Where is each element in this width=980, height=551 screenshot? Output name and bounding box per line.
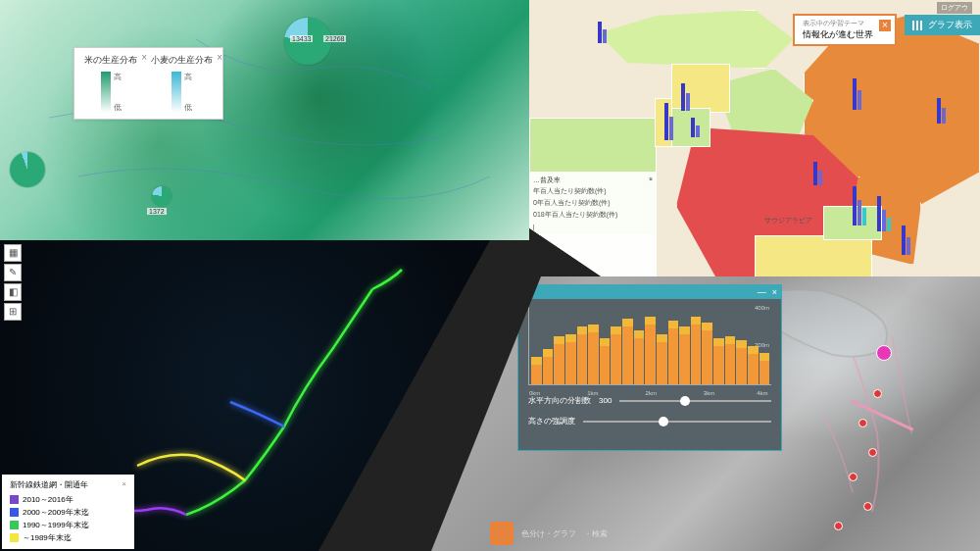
legend-title[interactable]: 米の生産分布 [84, 54, 137, 67]
gradient-bar [172, 72, 181, 113]
marker[interactable] [834, 522, 843, 530]
close-icon[interactable]: × [649, 175, 653, 185]
rail-legend: 新幹線鉄道網・開通年 2010～2016年 2000～2009年末迄 1990～… [2, 475, 134, 549]
marker[interactable] [868, 448, 877, 457]
slider-row: 水平方向の分割数 300 [528, 395, 771, 406]
gradient-bar [101, 72, 111, 113]
bar-marker[interactable] [902, 225, 915, 255]
close-icon[interactable]: × [772, 287, 777, 297]
bar-marker[interactable] [664, 103, 678, 140]
marker-primary[interactable] [876, 345, 892, 361]
theme-callout: 表示中の学習テーマ 情報化が進む世界 × [793, 14, 897, 46]
slider-row: 高さの強調度 [528, 416, 771, 426]
division-slider[interactable] [619, 400, 771, 402]
axis-item: 年百人当たり契約数(件) [533, 185, 653, 197]
country-turkey[interactable] [598, 10, 794, 69]
tool-button[interactable]: ◧ [4, 283, 22, 301]
style-icon[interactable] [490, 522, 514, 545]
swatch-icon [10, 508, 19, 517]
pie-marker[interactable] [10, 152, 45, 187]
exaggeration-slider[interactable] [583, 421, 771, 423]
bar-chart-icon [912, 21, 924, 30]
pie-marker[interactable] [152, 186, 172, 206]
bar-marker[interactable] [691, 118, 705, 137]
map-japan-rail[interactable]: ▦ ✎ ◧ ⊞ 新幹線鉄道網・開通年 2010～2016年 2000～2009年… [0, 240, 490, 551]
tool-button[interactable]: ✎ [4, 264, 22, 281]
marker[interactable] [873, 389, 882, 398]
country-syria[interactable] [671, 64, 730, 113]
graph-button[interactable]: グラフ表示 [905, 15, 980, 35]
legend-title[interactable]: 小麦の生産分布 [151, 54, 213, 67]
toolbar: 色分け・グラフ ・検索 [490, 522, 608, 545]
minimize-icon[interactable]: — [758, 287, 766, 297]
bar-marker[interactable] [877, 196, 891, 231]
profile-chart: 400m 200m 0km 1km 2km 3km 4km [528, 307, 771, 385]
tool-button[interactable]: ▦ [4, 244, 22, 262]
bar-marker[interactable] [853, 78, 866, 110]
legend-row: ～1989年末迄 [10, 531, 126, 544]
marker[interactable] [858, 419, 867, 427]
bar-marker[interactable] [853, 186, 866, 225]
slider-label: 水平方向の分割数 [528, 395, 591, 406]
axis-title: …普及率 [533, 175, 561, 185]
legend-title[interactable]: 新幹線鉄道網・開通年 [10, 479, 126, 490]
profile-bars [529, 307, 771, 384]
map-terrain[interactable]: — × 400m 200m 0km 1km 2km 3km 4km 水平方向の分… [431, 276, 980, 551]
slider-label: 高さの強調度 [528, 416, 575, 426]
swatch-icon [10, 521, 19, 529]
marker[interactable] [849, 473, 858, 481]
swatch-icon [10, 533, 19, 542]
bubble-value: 1372 [147, 208, 167, 215]
rail-lines [98, 260, 441, 534]
swatch-icon [10, 495, 19, 504]
axis-item: 018年百人当たり契約数(件) [533, 209, 653, 221]
profile-header: — × [518, 285, 781, 299]
map-middle-east[interactable]: サウジアラビア エジプト 表示中の学習テーマ 情報化が進む世界 × グラフ表示 … [529, 0, 980, 304]
marker[interactable] [863, 502, 872, 511]
map-china-density[interactable]: 13433 21268 1372 米の生産分布 高低 小麦の生産分布 高低 [0, 0, 529, 240]
legend-row: 2010～2016年 [10, 493, 126, 506]
logout-link[interactable]: ログアウ [937, 2, 972, 14]
axis-item: 0年百人当たり契約数(件) [533, 197, 653, 209]
tool-button[interactable]: ⊞ [4, 303, 22, 321]
legend-row: 2000～2009年末迄 [10, 506, 126, 519]
country-label: サウジアラビア [764, 216, 812, 225]
callout-header: 表示中の学習テーマ [803, 19, 873, 28]
rivers-overlay [0, 0, 529, 240]
toolbar-item[interactable]: 色分け・グラフ [521, 528, 576, 539]
elevation-profile: — × 400m 200m 0km 1km 2km 3km 4km 水平方向の分… [517, 284, 782, 451]
toolbar-item[interactable]: ・検索 [584, 528, 608, 539]
bar-marker[interactable] [937, 98, 951, 124]
bar-marker[interactable] [598, 22, 612, 43]
map-tools: ▦ ✎ ◧ ⊞ [4, 244, 22, 321]
bar-marker[interactable] [681, 83, 695, 111]
bubble-value: 13433 [290, 35, 313, 42]
slider-value: 300 [599, 396, 612, 405]
bubble-value: 21268 [323, 35, 346, 42]
callout-body: 情報化が進む世界 [803, 28, 873, 41]
bar-marker[interactable] [813, 162, 827, 185]
density-legend: 米の生産分布 高低 小麦の生産分布 高低 [74, 47, 223, 120]
legend-row: 1990～1999年末迄 [10, 519, 126, 531]
close-icon[interactable]: × [879, 20, 891, 31]
